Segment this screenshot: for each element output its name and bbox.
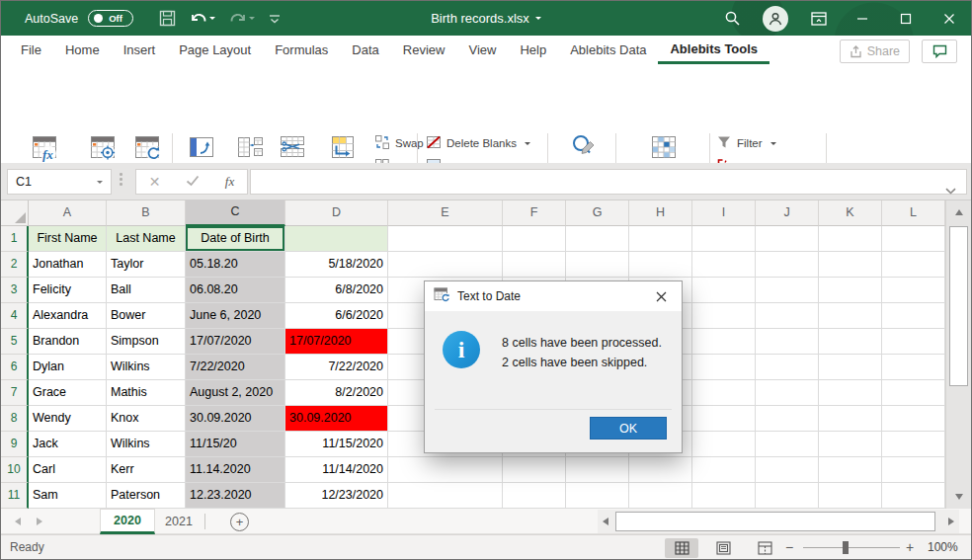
zoom-level[interactable]: 100% (928, 540, 958, 554)
delete-blanks-button[interactable]: Delete Blanks (426, 133, 530, 153)
tab-page-layout[interactable]: Page Layout (167, 36, 263, 64)
cell-L1[interactable] (882, 226, 945, 252)
cell-B7[interactable]: Mathis (107, 380, 186, 406)
cell-K2[interactable] (819, 252, 882, 278)
cell-J5[interactable] (756, 329, 819, 355)
cell-C8[interactable]: 30.09.2020 (186, 406, 285, 432)
column-header-L[interactable]: L (882, 200, 945, 226)
ok-button[interactable]: OK (590, 417, 667, 440)
cell-B8[interactable]: Knox (107, 406, 186, 432)
page-break-preview-button[interactable] (748, 538, 781, 558)
tab-insert[interactable]: Insert (112, 36, 168, 64)
undo-button[interactable] (190, 11, 215, 27)
cell-A5[interactable]: Brandon (29, 329, 107, 355)
column-header-A[interactable]: A (29, 200, 107, 226)
row-header-3[interactable]: 3 (1, 278, 29, 303)
cell-D3[interactable]: 6/8/2020 (285, 278, 388, 303)
cell-I6[interactable] (692, 355, 756, 380)
cell-F11[interactable] (503, 483, 566, 509)
cell-J2[interactable] (756, 252, 819, 278)
comments-button[interactable] (922, 40, 957, 63)
share-button[interactable]: Share (840, 40, 910, 63)
expand-formula-bar-icon[interactable] (945, 184, 956, 198)
zoom-slider-thumb[interactable] (843, 541, 849, 554)
autosave-toggle[interactable]: Off (88, 10, 133, 27)
tab-home[interactable]: Home (53, 36, 112, 64)
cell-K4[interactable] (819, 303, 882, 329)
column-header-E[interactable]: E (388, 200, 503, 226)
row-header-7[interactable]: 7 (1, 380, 29, 406)
cell-A3[interactable]: Felicity (29, 278, 107, 303)
ribbon-display-options-icon[interactable] (797, 1, 841, 36)
cell-I4[interactable] (692, 303, 756, 329)
cell-A10[interactable]: Carl (29, 457, 107, 483)
column-header-C[interactable]: C (186, 200, 285, 226)
cell-D4[interactable]: 6/6/2020 (285, 303, 388, 329)
save-icon[interactable] (159, 10, 176, 27)
cell-L8[interactable] (882, 406, 945, 432)
cell-I10[interactable] (692, 457, 756, 483)
cell-C11[interactable]: 12.23.2020 (186, 483, 285, 509)
cell-K6[interactable] (819, 355, 882, 380)
scroll-down-button[interactable] (946, 485, 972, 509)
cell-J11[interactable] (756, 483, 819, 509)
formula-input[interactable] (250, 169, 967, 195)
tab-view[interactable]: View (456, 36, 508, 64)
row-header-2[interactable]: 2 (1, 252, 29, 278)
row-header-9[interactable]: 9 (1, 432, 29, 457)
cell-L3[interactable] (882, 278, 945, 303)
cell-H1[interactable] (629, 226, 692, 252)
cell-I8[interactable] (692, 406, 756, 432)
cell-B11[interactable]: Paterson (107, 483, 186, 509)
search-icon[interactable] (710, 1, 754, 36)
cell-L9[interactable] (882, 432, 945, 457)
dialog-title-bar[interactable]: Text to Date (425, 281, 682, 311)
cell-C3[interactable]: 06.08.20 (186, 278, 285, 303)
cell-A4[interactable]: Alexandra (29, 303, 107, 329)
tab-formulas[interactable]: Formulas (263, 36, 340, 64)
horizontal-scrollbar-thumb[interactable] (615, 512, 935, 531)
scroll-left-button[interactable] (598, 510, 613, 533)
next-sheet-icon[interactable] (37, 518, 42, 525)
scroll-up-button[interactable] (946, 200, 972, 224)
cell-B10[interactable]: Kerr (107, 457, 186, 483)
row-header-6[interactable]: 6 (1, 355, 29, 380)
filter-button[interactable]: Filter (716, 133, 776, 153)
cell-F2[interactable] (503, 252, 566, 278)
cell-C10[interactable]: 11.14.2020 (186, 457, 285, 483)
cell-G1[interactable] (566, 226, 629, 252)
row-header-10[interactable]: 10 (1, 457, 29, 483)
previous-sheet-icon[interactable] (15, 518, 21, 525)
cell-I7[interactable] (692, 380, 756, 406)
cell-K5[interactable] (819, 329, 882, 355)
cell-B3[interactable]: Ball (107, 278, 186, 303)
cell-A11[interactable]: Sam (29, 483, 107, 509)
cell-G2[interactable] (566, 252, 629, 278)
cell-F1[interactable] (503, 226, 566, 252)
cell-I3[interactable] (692, 278, 756, 303)
column-header-F[interactable]: F (503, 200, 566, 226)
tab-data[interactable]: Data (340, 36, 390, 64)
cell-E11[interactable] (388, 483, 503, 509)
cell-D6[interactable]: 7/22/2020 (285, 355, 388, 380)
cell-A7[interactable]: Grace (29, 380, 107, 406)
cell-A9[interactable]: Jack (29, 432, 107, 457)
minimize-button[interactable] (841, 1, 884, 36)
horizontal-scrollbar[interactable] (598, 510, 959, 533)
zoom-out-button[interactable]: − (785, 539, 793, 555)
cell-D11[interactable]: 12/23/2020 (285, 483, 388, 509)
cell-J3[interactable] (756, 278, 819, 303)
cell-C9[interactable]: 11/15/20 (186, 432, 285, 457)
cell-C6[interactable]: 7/22/2020 (186, 355, 285, 380)
column-header-G[interactable]: G (566, 200, 629, 226)
zoom-in-button[interactable]: + (906, 539, 914, 555)
cell-L5[interactable] (882, 329, 945, 355)
page-layout-view-button[interactable] (706, 538, 740, 558)
cell-I11[interactable] (692, 483, 756, 509)
tab-help[interactable]: Help (508, 36, 558, 64)
cell-C1[interactable]: Date of Birth (186, 226, 285, 252)
cell-K3[interactable] (819, 278, 882, 303)
cell-C4[interactable]: June 6, 2020 (186, 303, 285, 329)
cell-C7[interactable]: August 2, 2020 (186, 380, 285, 406)
cell-D2[interactable]: 5/18/2020 (285, 252, 388, 278)
